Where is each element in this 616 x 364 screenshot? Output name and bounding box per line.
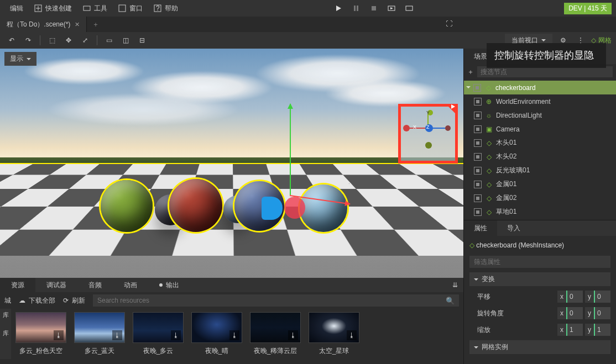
refresh-button[interactable]: ⟳刷新 [63, 296, 85, 305]
download-icon[interactable]: ⭳ [288, 330, 298, 340]
tree-row-7[interactable]: ◇金属01 [464, 177, 616, 191]
scene-tab[interactable]: 程（To Do）.scene(*) ✕ [0, 17, 87, 32]
undo-icon[interactable]: ↶ [4, 34, 19, 46]
tree-row-0[interactable]: ◇checkerboard [464, 81, 616, 94]
download-icon[interactable]: ⭳ [347, 330, 357, 340]
menu-window[interactable]: 窗口 [113, 0, 148, 17]
viewport-3d[interactable]: 显示 Y X Z [0, 49, 463, 278]
menu-help[interactable]: ?帮助 [148, 0, 184, 17]
visibility-toggle[interactable] [474, 208, 482, 216]
section-transform[interactable]: 变换 [469, 272, 610, 286]
visibility-toggle[interactable] [474, 181, 482, 188]
tree-row-4[interactable]: ◇木头01 [464, 136, 616, 150]
play-button[interactable] [331, 1, 346, 15]
play-scene-button[interactable] [384, 1, 399, 15]
resource-item[interactable]: ⭳太空_星球 [309, 312, 359, 356]
resource-items: ⭳多云_粉色天空⭳多云_蓝天⭳夜晚_多云⭳夜晚_晴⭳夜晚_稀薄云层⭳太空_星球 [11, 309, 463, 359]
scale-tool-icon[interactable]: ⤢ [78, 34, 92, 46]
property-filter-input[interactable] [469, 256, 610, 268]
resource-item[interactable]: ⭳多云_粉色天空 [15, 312, 66, 356]
menu-edit[interactable]: 编辑 [4, 0, 29, 17]
section-mesh[interactable]: 网格实例 [469, 340, 610, 354]
play-custom-button[interactable] [402, 1, 416, 15]
download-icon[interactable]: ⭳ [229, 330, 239, 340]
tree-row-6[interactable]: ◇反光玻璃01 [464, 163, 616, 177]
side-tab-2[interactable]: 库 [3, 329, 9, 337]
redo-icon[interactable]: ↷ [21, 34, 35, 46]
node-label: 木头01 [496, 138, 516, 147]
res-side-label-1[interactable]: 城 [4, 296, 11, 305]
main: 显示 Y X Z 资源 调试器 音频 [0, 49, 616, 364]
menu-tools[interactable]: 工具 [77, 0, 113, 17]
side-tab-1[interactable]: 库 [3, 311, 9, 319]
scale-y[interactable]: y1 [585, 324, 610, 336]
visibility-toggle[interactable] [474, 139, 482, 147]
resource-label: 夜晚_多云 [143, 346, 174, 356]
svg-rect-6 [357, 6, 358, 11]
stop-button[interactable] [367, 1, 381, 15]
tree-row-8[interactable]: ◇金属02 [464, 191, 616, 205]
dev-tag: DEV | 415 天 [564, 3, 612, 14]
resource-item[interactable]: ⭳夜晚_稀薄云层 [250, 312, 301, 356]
pause-button[interactable] [349, 1, 363, 15]
tree-row-9[interactable]: ◇草地01 [464, 205, 616, 219]
add-tab-button[interactable]: ＋ [87, 20, 105, 29]
resource-item[interactable]: ⭳多云_蓝天 [74, 312, 125, 356]
tree-row-1[interactable]: ⊕WorldEnvironment [464, 94, 616, 108]
move-tool-icon[interactable]: ✥ [61, 34, 76, 46]
search-icon: 🔍 [446, 297, 455, 305]
node-label: DirectionalLight [496, 112, 542, 119]
visibility-toggle[interactable] [474, 125, 482, 133]
add-node-icon[interactable]: ＋ [467, 67, 474, 77]
download-icon[interactable]: ⭳ [112, 330, 122, 340]
layout-2-icon[interactable]: ◫ [118, 34, 133, 46]
selection-horizon [0, 163, 463, 164]
download-icon[interactable]: ⭳ [54, 330, 64, 340]
resource-search-input[interactable] [93, 294, 459, 307]
visibility-toggle[interactable] [474, 194, 482, 202]
download-icon[interactable]: ⭳ [171, 330, 181, 340]
tab-output[interactable]: 输出 [148, 278, 190, 292]
fullscreen-icon[interactable]: ⛶ [446, 20, 458, 32]
tab-import[interactable]: 导入 [497, 220, 530, 236]
tree-row-5[interactable]: ◇木头02 [464, 150, 616, 163]
sphere-green [101, 180, 153, 232]
resource-item[interactable]: ⭳夜晚_多云 [133, 312, 184, 356]
playhead-icon [262, 197, 283, 220]
sphere-red [169, 179, 222, 232]
translate-x[interactable]: x0 [557, 291, 583, 303]
node-type-icon: ☼ [484, 112, 493, 119]
visibility-toggle[interactable] [474, 167, 482, 175]
axis-x-handle[interactable] [403, 125, 410, 131]
translate-y[interactable]: y0 [585, 291, 610, 303]
view-cube[interactable]: Y X Z [398, 104, 458, 163]
display-toggle[interactable]: 显示 [4, 52, 36, 66]
layout-1-icon[interactable]: ▭ [102, 34, 116, 46]
rotate-y[interactable]: y0 [585, 307, 610, 319]
tab-resources[interactable]: 资源 [0, 278, 35, 292]
property-header: ◇ checkerboard (MeshInstance) [469, 239, 610, 251]
tab-audio[interactable]: 音频 [77, 278, 113, 292]
row-rotate: 旋转角度 x0 y0 [469, 307, 610, 319]
visibility-toggle[interactable] [474, 112, 482, 119]
collapse-icon[interactable]: ⇊ [447, 281, 463, 289]
resource-item[interactable]: ⭳夜晚_晴 [191, 312, 242, 356]
row-translate: 平移 x0 y0 [469, 291, 610, 303]
visibility-toggle[interactable] [473, 84, 481, 92]
select-tool-icon[interactable]: ⬚ [45, 34, 59, 46]
tab-anim[interactable]: 动画 [113, 278, 148, 292]
tab-properties[interactable]: 属性 [464, 220, 497, 236]
download-all-button[interactable]: ☁下载全部 [19, 296, 55, 305]
close-icon[interactable]: ✕ [75, 21, 80, 28]
node-type-icon: ◇ [484, 181, 493, 188]
menu-quick-create[interactable]: 快速创建 [29, 0, 77, 17]
tree-row-2[interactable]: ☼DirectionalLight [464, 108, 616, 122]
visibility-toggle[interactable] [474, 153, 482, 161]
layout-3-icon[interactable]: ⊟ [135, 34, 149, 46]
scale-x[interactable]: x1 [557, 324, 583, 336]
tab-debugger[interactable]: 调试器 [35, 278, 77, 292]
tree-row-3[interactable]: ▣Camera [464, 122, 616, 136]
visibility-toggle[interactable] [474, 98, 482, 105]
sphere-sky [300, 184, 347, 232]
rotate-x[interactable]: x0 [557, 307, 583, 319]
